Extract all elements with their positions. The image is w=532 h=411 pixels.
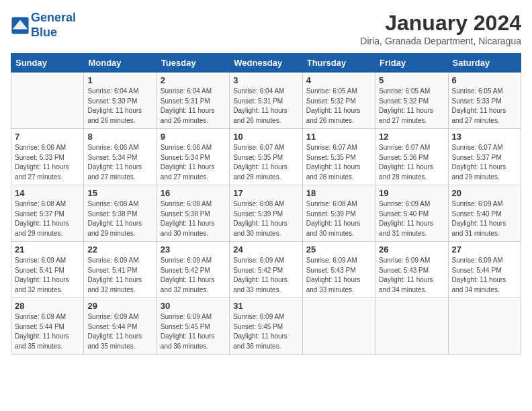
calendar-cell: 16Sunrise: 6:08 AM Sunset: 5:38 PM Dayli…	[157, 185, 229, 242]
weekday-header-friday: Friday	[375, 54, 448, 73]
day-number: 2	[161, 75, 226, 85]
logo-text: General Blue	[31, 11, 76, 40]
day-number: 17	[233, 188, 298, 198]
weekday-header-tuesday: Tuesday	[157, 54, 229, 73]
day-number: 7	[15, 132, 80, 142]
calendar-cell	[448, 298, 521, 355]
calendar-cell: 11Sunrise: 6:07 AM Sunset: 5:35 PM Dayli…	[302, 129, 375, 185]
calendar-cell: 29Sunrise: 6:09 AM Sunset: 5:44 PM Dayli…	[84, 298, 157, 355]
day-number: 29	[87, 301, 152, 311]
weekday-header-sunday: Sunday	[11, 54, 84, 73]
day-info: Sunrise: 6:09 AM Sunset: 5:42 PM Dayligh…	[233, 256, 298, 295]
calendar-cell: 27Sunrise: 6:09 AM Sunset: 5:44 PM Dayli…	[448, 242, 521, 298]
day-info: Sunrise: 6:09 AM Sunset: 5:45 PM Dayligh…	[233, 312, 298, 351]
day-info: Sunrise: 6:09 AM Sunset: 5:43 PM Dayligh…	[306, 256, 371, 295]
day-number: 30	[161, 301, 226, 311]
calendar-cell: 2Sunrise: 6:04 AM Sunset: 5:31 PM Daylig…	[157, 73, 229, 129]
week-row-2: 7Sunrise: 6:06 AM Sunset: 5:33 PM Daylig…	[11, 129, 521, 185]
day-info: Sunrise: 6:09 AM Sunset: 5:42 PM Dayligh…	[161, 256, 226, 295]
day-number: 6	[452, 75, 517, 85]
day-number: 16	[161, 188, 226, 198]
day-number: 8	[87, 132, 152, 142]
day-info: Sunrise: 6:04 AM Sunset: 5:31 PM Dayligh…	[233, 87, 298, 126]
day-number: 3	[233, 75, 298, 85]
day-number: 20	[452, 188, 517, 198]
calendar-cell: 15Sunrise: 6:08 AM Sunset: 5:38 PM Dayli…	[84, 185, 157, 242]
week-row-5: 28Sunrise: 6:09 AM Sunset: 5:44 PM Dayli…	[11, 298, 521, 355]
day-number: 5	[379, 75, 444, 85]
day-number: 31	[233, 301, 298, 311]
day-info: Sunrise: 6:07 AM Sunset: 5:37 PM Dayligh…	[452, 143, 517, 182]
week-row-4: 21Sunrise: 6:09 AM Sunset: 5:41 PM Dayli…	[11, 242, 521, 298]
title-block: January 2024 Diria, Granada Department, …	[360, 11, 521, 46]
day-info: Sunrise: 6:07 AM Sunset: 5:36 PM Dayligh…	[379, 143, 444, 182]
day-info: Sunrise: 6:08 AM Sunset: 5:39 PM Dayligh…	[306, 199, 371, 238]
day-info: Sunrise: 6:08 AM Sunset: 5:37 PM Dayligh…	[15, 199, 80, 238]
calendar-cell: 5Sunrise: 6:05 AM Sunset: 5:32 PM Daylig…	[375, 73, 448, 129]
weekday-header-row: SundayMondayTuesdayWednesdayThursdayFrid…	[11, 54, 521, 73]
calendar-cell: 23Sunrise: 6:09 AM Sunset: 5:42 PM Dayli…	[157, 242, 229, 298]
calendar-cell: 3Sunrise: 6:04 AM Sunset: 5:31 PM Daylig…	[230, 73, 302, 129]
calendar-cell: 13Sunrise: 6:07 AM Sunset: 5:37 PM Dayli…	[448, 129, 521, 185]
page-header: General Blue January 2024 Diria, Granada…	[11, 11, 521, 46]
logo: General Blue	[11, 11, 76, 40]
day-info: Sunrise: 6:05 AM Sunset: 5:33 PM Dayligh…	[452, 87, 517, 126]
calendar-cell: 8Sunrise: 6:06 AM Sunset: 5:34 PM Daylig…	[84, 129, 157, 185]
day-number: 19	[379, 188, 444, 198]
day-number: 26	[379, 244, 444, 255]
day-number: 14	[15, 188, 80, 198]
day-number: 28	[15, 301, 80, 311]
day-number: 22	[87, 244, 152, 255]
week-row-3: 14Sunrise: 6:08 AM Sunset: 5:37 PM Dayli…	[11, 185, 521, 242]
day-number: 21	[15, 244, 80, 255]
calendar-cell: 21Sunrise: 6:09 AM Sunset: 5:41 PM Dayli…	[11, 242, 84, 298]
calendar-cell: 24Sunrise: 6:09 AM Sunset: 5:42 PM Dayli…	[230, 242, 302, 298]
calendar-cell: 30Sunrise: 6:09 AM Sunset: 5:45 PM Dayli…	[157, 298, 229, 355]
calendar-cell: 28Sunrise: 6:09 AM Sunset: 5:44 PM Dayli…	[11, 298, 84, 355]
calendar-table: SundayMondayTuesdayWednesdayThursdayFrid…	[11, 53, 521, 355]
weekday-header-thursday: Thursday	[302, 54, 375, 73]
calendar-subtitle: Diria, Granada Department, Nicaragua	[360, 36, 521, 46]
day-info: Sunrise: 6:08 AM Sunset: 5:38 PM Dayligh…	[87, 199, 152, 238]
calendar-cell: 7Sunrise: 6:06 AM Sunset: 5:33 PM Daylig…	[11, 129, 84, 185]
day-info: Sunrise: 6:08 AM Sunset: 5:39 PM Dayligh…	[233, 199, 298, 238]
calendar-cell: 31Sunrise: 6:09 AM Sunset: 5:45 PM Dayli…	[230, 298, 302, 355]
calendar-cell	[375, 298, 448, 355]
day-info: Sunrise: 6:04 AM Sunset: 5:30 PM Dayligh…	[87, 87, 152, 126]
logo-icon	[11, 16, 30, 35]
calendar-cell: 4Sunrise: 6:05 AM Sunset: 5:32 PM Daylig…	[302, 73, 375, 129]
calendar-cell	[11, 73, 84, 129]
calendar-cell: 12Sunrise: 6:07 AM Sunset: 5:36 PM Dayli…	[375, 129, 448, 185]
day-number: 1	[87, 75, 152, 85]
calendar-cell: 22Sunrise: 6:09 AM Sunset: 5:41 PM Dayli…	[84, 242, 157, 298]
calendar-cell: 14Sunrise: 6:08 AM Sunset: 5:37 PM Dayli…	[11, 185, 84, 242]
calendar-cell: 26Sunrise: 6:09 AM Sunset: 5:43 PM Dayli…	[375, 242, 448, 298]
weekday-header-monday: Monday	[84, 54, 157, 73]
day-info: Sunrise: 6:09 AM Sunset: 5:41 PM Dayligh…	[87, 256, 152, 295]
day-number: 23	[161, 244, 226, 255]
calendar-cell: 18Sunrise: 6:08 AM Sunset: 5:39 PM Dayli…	[302, 185, 375, 242]
week-row-1: 1Sunrise: 6:04 AM Sunset: 5:30 PM Daylig…	[11, 73, 521, 129]
day-number: 18	[306, 188, 371, 198]
calendar-cell: 1Sunrise: 6:04 AM Sunset: 5:30 PM Daylig…	[84, 73, 157, 129]
day-number: 9	[161, 132, 226, 142]
day-info: Sunrise: 6:09 AM Sunset: 5:44 PM Dayligh…	[452, 256, 517, 295]
logo-line1: General	[31, 11, 76, 24]
day-info: Sunrise: 6:09 AM Sunset: 5:44 PM Dayligh…	[87, 312, 152, 351]
day-number: 12	[379, 132, 444, 142]
day-info: Sunrise: 6:04 AM Sunset: 5:31 PM Dayligh…	[161, 87, 226, 126]
day-info: Sunrise: 6:05 AM Sunset: 5:32 PM Dayligh…	[306, 87, 371, 126]
day-number: 27	[452, 244, 517, 255]
day-number: 13	[452, 132, 517, 142]
day-info: Sunrise: 6:09 AM Sunset: 5:43 PM Dayligh…	[379, 256, 444, 295]
day-info: Sunrise: 6:08 AM Sunset: 5:38 PM Dayligh…	[161, 199, 226, 238]
logo-line2: Blue	[31, 26, 57, 39]
calendar-cell	[302, 298, 375, 355]
calendar-cell: 17Sunrise: 6:08 AM Sunset: 5:39 PM Dayli…	[230, 185, 302, 242]
day-info: Sunrise: 6:06 AM Sunset: 5:34 PM Dayligh…	[161, 143, 226, 182]
day-info: Sunrise: 6:07 AM Sunset: 5:35 PM Dayligh…	[306, 143, 371, 182]
weekday-header-saturday: Saturday	[448, 54, 521, 73]
day-info: Sunrise: 6:09 AM Sunset: 5:45 PM Dayligh…	[161, 312, 226, 351]
calendar-cell: 6Sunrise: 6:05 AM Sunset: 5:33 PM Daylig…	[448, 73, 521, 129]
day-info: Sunrise: 6:07 AM Sunset: 5:35 PM Dayligh…	[233, 143, 298, 182]
